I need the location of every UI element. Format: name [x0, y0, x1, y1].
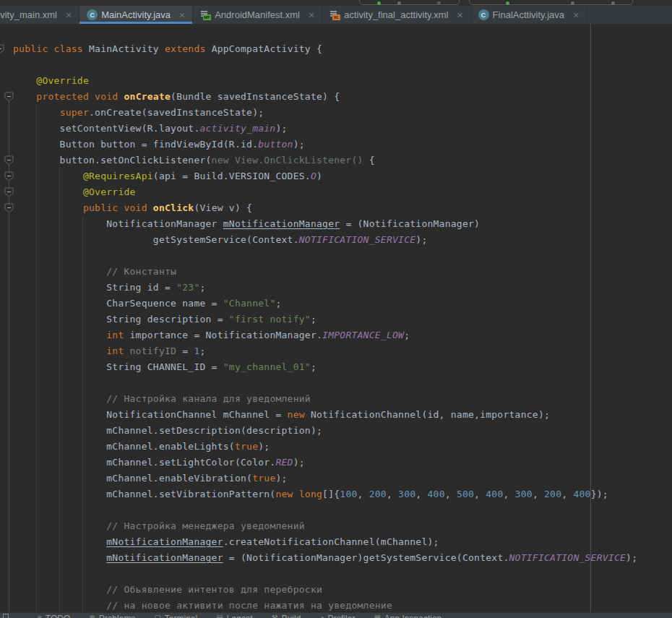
logcat-icon: ▤: [216, 614, 223, 618]
tool-window-layout-icon[interactable]: [3, 614, 9, 618]
debug-icon[interactable]: [506, 1, 509, 5]
tab-label: FinalActtivity.java: [493, 9, 564, 20]
terminal-icon: ◲: [154, 614, 160, 618]
code-line[interactable]: [13, 248, 672, 264]
code-line[interactable]: int importance = NotificationManager.IMP…: [13, 327, 672, 343]
code-line[interactable]: Button button = findViewById(R.id.button…: [13, 137, 672, 153]
profiler-icon: ◔: [319, 614, 324, 618]
tool-window-button-terminal[interactable]: ◲Terminal: [154, 614, 197, 618]
close-tab-icon[interactable]: ×: [66, 10, 72, 20]
code-line[interactable]: NotificationChannel mChannel = new Notif…: [13, 407, 672, 423]
code-line[interactable]: mNotificationManager.createNotificationC…: [13, 534, 672, 550]
tab-activity_final_acttivity.xml[interactable]: XLactivity_final_acttivity.xml×: [322, 6, 470, 24]
code-line[interactable]: // Обьявление интентов для переброски: [13, 582, 672, 598]
code-line[interactable]: // Настройка менеджера уведомлений: [13, 518, 672, 534]
tool-window-label: App Inspection: [384, 614, 441, 618]
editor-tab-bar: XLactivity_main.xml×CMainActivity.java×M…: [0, 6, 672, 24]
code-line[interactable]: [13, 566, 672, 582]
tool-window-button-problems[interactable]: ⊕Problems: [89, 614, 135, 618]
tab-AndroidManifest.xml[interactable]: MFAndroidManifest.xml×: [193, 6, 322, 24]
code-line[interactable]: getSystemService(Context.NOTIFICATION_SE…: [13, 232, 672, 248]
toolbar-button-group[interactable]: [359, 0, 460, 5]
tool-window-button-profiler[interactable]: ◔Profiler: [319, 614, 355, 618]
code-line[interactable]: super.onCreate(savedInstanceState);: [13, 105, 672, 121]
code-line[interactable]: // на новое активити после нажатия на ув…: [13, 598, 672, 612]
toolbar-icon[interactable]: [437, 1, 441, 5]
main-toolbar: [0, 0, 672, 6]
manifest-icon: MF: [200, 9, 211, 20]
toolbar-button-group[interactable]: [469, 0, 633, 5]
problems-icon: ⊕: [89, 614, 95, 618]
close-tab-icon[interactable]: ×: [457, 10, 462, 20]
code-line[interactable]: // Константы: [13, 264, 672, 280]
tab-activity_main.xml[interactable]: XLactivity_main.xml×: [0, 6, 79, 24]
java-class-icon: C: [87, 9, 98, 20]
tool-window-button-app-inspection[interactable]: ▦App Inspection: [374, 614, 441, 618]
code-line[interactable]: protected void onCreate(Bundle savedInst…: [13, 89, 672, 105]
code-line[interactable]: mChannel.enableVibration(true);: [13, 471, 672, 486]
code-line[interactable]: int notifyID = 1;: [13, 343, 672, 359]
xml-layout-icon: XL: [329, 9, 340, 20]
tab-label: activity_final_acttivity.xml: [344, 9, 448, 20]
fold-collapse-icon[interactable]: [4, 171, 14, 181]
tool-window-button-todo[interactable]: ≡TODO: [38, 614, 70, 618]
tool-window-label: TODO: [46, 614, 70, 618]
code-line[interactable]: public void onClick(View v) {: [13, 200, 672, 216]
tool-window-label: Terminal: [165, 614, 197, 618]
toolbar-icon[interactable]: [611, 1, 615, 5]
android-studio-window: XLactivity_main.xml×CMainActivity.java×M…: [0, 0, 672, 618]
code-editor[interactable]: public class MainActivity extends AppCom…: [0, 24, 672, 612]
code-line[interactable]: // Настройка канала для уведомлений: [13, 391, 672, 407]
tab-MainActivity.java[interactable]: CMainActivity.java×: [79, 6, 193, 24]
close-tab-icon[interactable]: ×: [573, 10, 579, 20]
tool-window-button-logcat[interactable]: ▤Logcat: [216, 614, 252, 618]
tool-window-button-build[interactable]: ⚒Build: [272, 614, 301, 618]
tool-window-label: Problems: [99, 614, 136, 618]
app-inspection-icon: ▦: [374, 614, 380, 618]
code-line[interactable]: String description = "first notify";: [13, 312, 672, 327]
tool-window-label: Build: [282, 614, 301, 618]
tool-window-bar: ≡TODO⊕Problems◲Terminal▤Logcat⚒Build◔Pro…: [0, 612, 672, 618]
code-line[interactable]: mChannel.setDescription(description);: [13, 423, 672, 439]
code-line[interactable]: mChannel.setVibrationPattern(new long[]{…: [13, 486, 672, 502]
code-line[interactable]: mNotificationManager = (NotificationMana…: [13, 550, 672, 566]
fold-collapse-icon[interactable]: [0, 44, 4, 54]
todo-icon: ≡: [38, 614, 42, 618]
code-line[interactable]: @Override: [13, 184, 672, 200]
code-line[interactable]: button.setOnClickListener(new View.OnCli…: [13, 153, 672, 168]
code-line[interactable]: [13, 375, 672, 391]
fold-collapse-icon[interactable]: [4, 155, 14, 166]
tab-label: MainActivity.java: [101, 9, 171, 20]
code-line[interactable]: String CHANNEL_ID = "my_channel_01";: [13, 359, 672, 375]
close-tab-icon[interactable]: ×: [309, 10, 314, 20]
code-line[interactable]: String id = "23";: [13, 280, 672, 296]
code-line[interactable]: public class MainActivity extends AppCom…: [13, 41, 672, 57]
fold-collapse-icon[interactable]: [4, 187, 14, 197]
code-line[interactable]: [13, 502, 672, 518]
tool-window-label: Logcat: [227, 614, 253, 618]
toolbar-icon[interactable]: [571, 1, 574, 5]
tab-label: AndroidManifest.xml: [215, 9, 300, 20]
run-icon[interactable]: [377, 1, 381, 5]
java-class-icon: C: [478, 9, 489, 20]
code-line[interactable]: mChannel.setLightColor(Color.RED);: [13, 455, 672, 471]
tab-label: activity_main.xml: [0, 9, 57, 20]
code-line[interactable]: CharSequence name = "Channel";: [13, 296, 672, 312]
code-line[interactable]: NotificationManager mNotificationManager…: [13, 216, 672, 232]
code-line[interactable]: setContentView(R.layout.activity_main);: [13, 121, 672, 137]
code-line[interactable]: [13, 57, 672, 73]
code-line[interactable]: mChannel.enableLights(true);: [13, 439, 672, 455]
tab-FinalActtivity.java[interactable]: CFinalActtivity.java×: [471, 6, 587, 24]
fold-collapse-icon[interactable]: [4, 203, 14, 213]
close-tab-icon[interactable]: ×: [179, 10, 185, 20]
tool-window-label: Profiler: [327, 614, 355, 618]
code-line[interactable]: @Override: [13, 73, 672, 89]
build-icon: ⚒: [272, 614, 278, 618]
code-line[interactable]: @RequiresApi(api = Build.VERSION_CODES.O…: [13, 168, 672, 184]
toolbar-icon[interactable]: [397, 1, 401, 5]
code-area[interactable]: public class MainActivity extends AppCom…: [0, 24, 672, 612]
fold-collapse-icon[interactable]: [4, 92, 14, 102]
